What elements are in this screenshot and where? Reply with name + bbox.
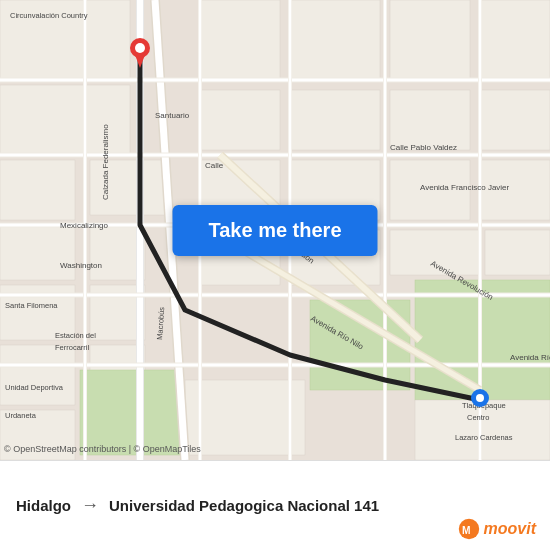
arrow-icon: → [81,495,99,516]
destination-label: Universidad Pedagogica Nacional 141 [109,497,379,514]
svg-rect-20 [290,90,380,150]
svg-text:Calle Pablo Valdez: Calle Pablo Valdez [390,143,457,152]
svg-text:M: M [461,525,470,536]
map-attribution: © OpenStreetMap contributors | © OpenMap… [4,444,201,454]
svg-rect-14 [415,280,550,400]
moovit-icon: M [458,518,480,540]
svg-text:Unidad Deportiva: Unidad Deportiva [5,383,64,392]
svg-point-83 [135,43,145,53]
svg-text:Centro: Centro [467,413,490,422]
svg-rect-16 [290,0,380,80]
svg-rect-15 [200,0,280,80]
svg-rect-3 [0,160,75,220]
bottom-bar: Hidalgo → Universidad Pedagogica Naciona… [0,460,550,550]
svg-rect-18 [480,0,550,80]
svg-text:Avenida Río: Avenida Río [510,353,550,362]
svg-text:Mexicalizingo: Mexicalizingo [60,221,109,230]
svg-text:Avenida Francisco Javier: Avenida Francisco Javier [420,183,510,192]
svg-rect-30 [485,230,550,275]
svg-text:Estación del: Estación del [55,331,96,340]
svg-rect-12 [80,370,180,455]
svg-rect-22 [480,90,550,150]
svg-rect-17 [390,0,470,80]
svg-rect-19 [200,90,280,150]
svg-text:Calle: Calle [205,161,224,170]
map-container: Calzada Federalismo Macrobús Revolución … [0,0,550,460]
svg-text:Santa Filomena: Santa Filomena [5,301,58,310]
svg-text:Urdaneta: Urdaneta [5,411,37,420]
origin-label: Hidalgo [16,497,71,514]
svg-text:Washington: Washington [60,261,102,270]
svg-text:Ferrocarril: Ferrocarril [55,343,90,352]
svg-rect-4 [0,225,75,280]
take-me-there-button[interactable]: Take me there [172,205,377,256]
moovit-text: moovit [484,520,536,538]
svg-text:Calzada Federalismo: Calzada Federalismo [101,124,110,200]
moovit-logo: M moovit [458,518,536,540]
svg-rect-2 [0,85,130,155]
svg-rect-6 [0,345,75,405]
svg-text:Circunvalación Country: Circunvalación Country [10,11,88,20]
svg-text:Lazaro Cardenas: Lazaro Cardenas [455,433,513,442]
svg-rect-32 [185,380,305,455]
svg-point-86 [476,394,484,402]
svg-text:Santuario: Santuario [155,111,190,120]
svg-rect-21 [390,90,470,150]
app: Calzada Federalismo Macrobús Revolución … [0,0,550,550]
